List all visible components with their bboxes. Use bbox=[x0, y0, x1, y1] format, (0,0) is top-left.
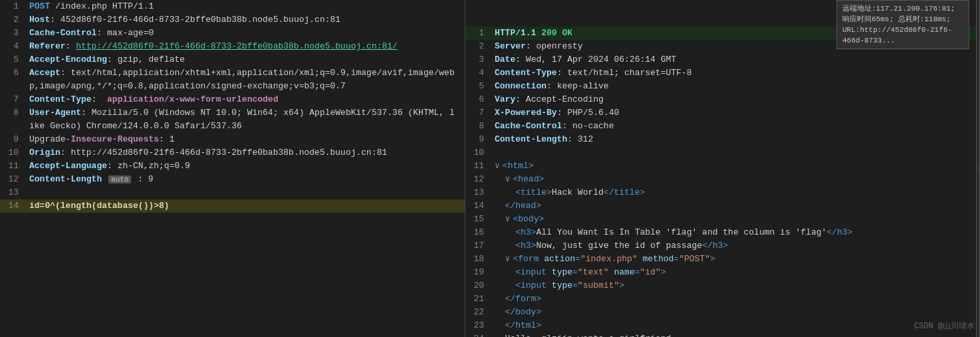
body-text: Hello, glzjin wants a girlfriend. bbox=[505, 334, 676, 337]
html-tag: > bbox=[710, 254, 715, 264]
line: 17 <h3>Now, just give the id of passage<… bbox=[465, 239, 980, 253]
line: 12 ∨<head> bbox=[465, 173, 980, 186]
resp-header-sep: : 312 bbox=[567, 134, 593, 144]
header-sep: : bbox=[66, 41, 76, 51]
chevron-icon[interactable]: ∨ bbox=[505, 174, 511, 184]
header-name: User-Agent bbox=[29, 108, 81, 118]
line-content: <input type="text" name="id"> bbox=[492, 266, 980, 279]
line-content: ∨<head> bbox=[492, 173, 980, 186]
line-content: Accept: text/html,application/xhtml+xml,… bbox=[27, 66, 465, 93]
chevron-icon[interactable]: ∨ bbox=[495, 161, 500, 171]
line-number: 6 bbox=[0, 66, 27, 80]
html-tag: <form bbox=[513, 254, 544, 264]
html-attr-val: "index.php" bbox=[580, 254, 638, 264]
line: 11∨<html> bbox=[465, 160, 980, 173]
line-number: 14 bbox=[465, 199, 492, 213]
resp-header-sep: : bbox=[515, 55, 526, 64]
resp-header-name: Vary bbox=[495, 94, 515, 104]
line-content bbox=[27, 186, 465, 199]
line-content: Content-Type: text/html; charset=UTF-8 bbox=[492, 66, 980, 80]
line: 9Content-Length: 312 bbox=[465, 133, 980, 146]
line-content: X-Powered-By: PHP/5.6.40 bbox=[492, 106, 980, 120]
response-panel: 远端地址:117.21.200.176:81; 响应时间65ms; 总耗时:11… bbox=[465, 0, 980, 337]
request-code-area[interactable]: 1POST /index.php HTTP/1.12Host: 452d86f0… bbox=[0, 0, 465, 337]
html-tag bbox=[638, 254, 643, 264]
line-content: Upgrade-Insecure-Requests: 1 bbox=[27, 133, 465, 146]
line-number: 2 bbox=[465, 40, 492, 53]
resp-header-value: no-cache bbox=[572, 121, 614, 131]
header-sep: : bbox=[92, 94, 107, 104]
html-tag: <input bbox=[515, 267, 552, 277]
resp-header-sep: : bbox=[515, 94, 526, 104]
line-content: Cache-Control: max-age=0 bbox=[27, 27, 465, 40]
line: 23 </html> bbox=[465, 319, 980, 332]
resp-header-name: Date bbox=[495, 55, 515, 64]
resp-header-value: keep-alive bbox=[557, 81, 609, 91]
status-protocol: HTTP/1.1 bbox=[495, 28, 536, 38]
response-info: 远端地址:117.21.200.176:81; 响应时间65ms; 总耗时:11… bbox=[836, 0, 969, 49]
line-number: 10 bbox=[465, 146, 492, 160]
html-tag: = bbox=[635, 267, 640, 277]
header-sep bbox=[102, 174, 107, 184]
chevron-icon[interactable]: ∨ bbox=[505, 254, 511, 264]
line: 5Accept-Encoding: gzip, deflate bbox=[0, 53, 465, 66]
resp-header-sep: : bbox=[557, 108, 568, 118]
line-number: 9 bbox=[465, 133, 492, 146]
line-content: Vary: Accept-Encoding bbox=[492, 93, 980, 106]
html-tag: = bbox=[575, 254, 580, 264]
header-sep: : bbox=[96, 28, 107, 38]
html-tag: = bbox=[572, 267, 578, 277]
header-value: : 9 bbox=[132, 174, 153, 184]
line: 6Accept: text/html,application/xhtml+xml… bbox=[0, 66, 465, 93]
html-tag: > bbox=[619, 281, 624, 290]
html-attr: type bbox=[552, 281, 572, 290]
header-name: Accept-Encoding bbox=[29, 55, 107, 64]
line: 7Content-Type: application/x-www-form-ur… bbox=[0, 93, 465, 106]
response-code-area[interactable]: 1HTTP/1.1 200 OK2Server: openresty3Date:… bbox=[465, 27, 980, 337]
line: 4Referer: http://452d86f0-21f6-466d-8733… bbox=[0, 40, 465, 53]
line: 12Content-Length auto : 9 bbox=[0, 173, 465, 186]
resp-header-name: Content-Length bbox=[495, 134, 567, 144]
html-tag: <h3> bbox=[515, 241, 536, 251]
referer-value: http://452d86f0-21f6-466d-8733-2bffe0bab… bbox=[76, 41, 398, 51]
header-value: application/x-www-form-urlencoded bbox=[107, 94, 278, 104]
html-tag: <head> bbox=[513, 174, 544, 184]
html-attr: method bbox=[643, 254, 674, 264]
line-content: ∨<form action="index.php" method="POST"> bbox=[492, 253, 980, 266]
header-name: Content-Type bbox=[29, 94, 92, 104]
html-tag: > bbox=[661, 267, 666, 277]
chevron-icon[interactable]: ∨ bbox=[505, 214, 511, 224]
line-number: 7 bbox=[465, 106, 492, 120]
watermark: CSDN @山川绿水 bbox=[914, 320, 975, 332]
html-tag: <body> bbox=[513, 214, 544, 224]
line-number: 3 bbox=[465, 53, 492, 66]
header-sep: : bbox=[81, 108, 92, 118]
header-name: Referer bbox=[29, 41, 66, 51]
line: 22 </body> bbox=[465, 306, 980, 319]
line: 10 bbox=[465, 146, 980, 160]
html-close-tag: </h3> bbox=[826, 227, 852, 237]
line: 20 <input type="submit"> bbox=[465, 279, 980, 292]
line: 4Content-Type: text/html; charset=UTF-8 bbox=[465, 66, 980, 80]
line-number: 15 bbox=[465, 213, 492, 226]
html-tag: </head> bbox=[505, 201, 542, 211]
header-name: Host bbox=[29, 15, 50, 25]
html-close-tag: </title> bbox=[604, 187, 645, 197]
line: 14 </head> bbox=[465, 199, 980, 213]
header-name-plain: Upgrade- bbox=[29, 134, 70, 144]
header-name: Content-Length bbox=[29, 174, 102, 184]
html-attr-val: "id" bbox=[640, 267, 661, 277]
header-value: text/html,application/xhtml+xml,applicat… bbox=[29, 68, 455, 91]
line-content: <input type="submit"> bbox=[492, 279, 980, 292]
html-tag: <h3> bbox=[515, 227, 536, 237]
line: 3Cache-Control: max-age=0 bbox=[0, 27, 465, 40]
payload-text: id=0^(length(database())>8) bbox=[29, 201, 170, 211]
header-sep: : bbox=[107, 55, 118, 64]
line-content: Connection: keep-alive bbox=[492, 80, 980, 93]
h3-text: All You Want Is In Table 'flag' and the … bbox=[536, 227, 826, 237]
line: 5Connection: keep-alive bbox=[465, 80, 980, 93]
line-number: 4 bbox=[465, 66, 492, 80]
panel-divider[interactable]: ⋮ bbox=[976, 0, 980, 337]
header-name: Accept bbox=[29, 68, 61, 78]
line-number: 1 bbox=[0, 0, 27, 13]
